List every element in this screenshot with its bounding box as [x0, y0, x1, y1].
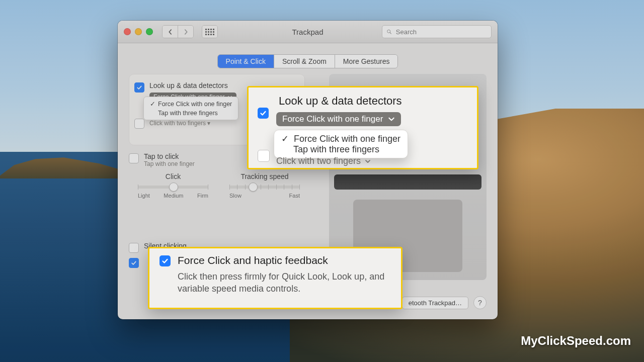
- search-icon: [386, 29, 392, 35]
- setup-bluetooth-button[interactable]: etooth Trackpad…: [402, 297, 468, 309]
- check-icon: [136, 84, 142, 90]
- secondary-click-partial-label: Click with two fingers ▾: [149, 120, 210, 127]
- tracking-slider-label: Tracking speed: [229, 172, 300, 180]
- nav-back-forward: [162, 25, 194, 38]
- help-button[interactable]: ?: [473, 296, 487, 309]
- click-slider-label: Click: [138, 172, 208, 180]
- callout-secondary-click-checkbox[interactable]: [258, 150, 270, 162]
- callout-option-1-label: Tap with three fingers: [293, 144, 379, 155]
- chevron-down-icon: [365, 158, 371, 164]
- callout-lookup-dropdown[interactable]: Force Click with one finger: [276, 112, 401, 126]
- tab-point-and-click[interactable]: Point & Click: [218, 55, 274, 68]
- callout-lookup-checkbox[interactable]: [258, 108, 269, 119]
- click-slider[interactable]: [138, 186, 208, 189]
- search-field[interactable]: [382, 25, 492, 38]
- forward-button[interactable]: [178, 26, 193, 38]
- callout-force-click: Force Click and haptic feedback Click th…: [148, 247, 403, 309]
- click-slider-thumb[interactable]: [169, 183, 178, 192]
- secondary-click-checkbox[interactable]: [134, 119, 144, 129]
- check-icon: [260, 110, 267, 117]
- click-tick-firm: Firm: [197, 193, 208, 199]
- callout-option-1[interactable]: Tap with three fingers: [281, 144, 400, 155]
- svg-line-1: [390, 33, 391, 34]
- callout-below-text: Click with two fingers: [276, 156, 361, 166]
- bottom-right-controls: etooth Trackpad… ?: [402, 296, 487, 309]
- lookup-option-1[interactable]: Tap with three fingers: [147, 109, 235, 118]
- search-input[interactable]: [395, 28, 487, 36]
- callout-option-0[interactable]: ✓Force Click with one finger: [281, 133, 400, 144]
- grid-icon: [205, 29, 214, 35]
- callout-option-0-label: Force Click with one finger: [294, 134, 400, 144]
- tracking-tick-fast: Fast: [289, 193, 300, 199]
- lookup-option-0[interactable]: ✓Force Click with one finger: [147, 99, 235, 109]
- tracking-slider-block: Tracking speed Slow Fast: [229, 172, 300, 199]
- callout-lookup-title: Look up & data detectors: [279, 95, 402, 108]
- check-icon: [162, 257, 169, 264]
- lookup-checkbox[interactable]: [134, 82, 144, 93]
- force-click-checkbox[interactable]: [129, 258, 139, 268]
- callout-force-desc: Click then press firmly for Quick Look, …: [178, 270, 401, 295]
- click-slider-block: Click Light Medium Firm: [138, 172, 208, 199]
- lookup-menu: ✓Force Click with one finger Tap with th…: [143, 97, 238, 120]
- tab-scroll-and-zoom[interactable]: Scroll & Zoom: [274, 55, 335, 68]
- show-all-button[interactable]: [202, 25, 218, 38]
- lookup-option-0-label: Force Click with one finger: [158, 101, 232, 108]
- callout-lookup-selected: Force Click with one finger: [282, 114, 383, 124]
- callout-lookup-menu: ✓Force Click with one finger Tap with th…: [274, 130, 408, 158]
- lookup-option-1-label: Tap with three fingers: [158, 110, 218, 117]
- click-tick-light: Light: [138, 193, 150, 199]
- silent-clicking-checkbox[interactable]: [129, 243, 139, 253]
- tap-to-click-checkbox[interactable]: [129, 153, 139, 163]
- tap-to-click-label: Tap to click: [144, 152, 195, 160]
- minimize-window-button[interactable]: [135, 28, 142, 35]
- chevron-right-icon: [183, 29, 189, 35]
- lookup-label: Look up & data detectors: [149, 81, 236, 89]
- watermark: MyClickSpeed.com: [521, 334, 631, 348]
- sliders-row: Click Light Medium Firm Tracking speed: [129, 172, 305, 199]
- back-button[interactable]: [163, 26, 178, 38]
- chevron-down-icon: [388, 116, 395, 123]
- tab-bar: Point & Click Scroll & Zoom More Gesture…: [118, 54, 498, 68]
- tracking-slider[interactable]: [229, 186, 300, 189]
- zoom-window-button[interactable]: [146, 28, 153, 35]
- click-tick-medium: Medium: [164, 193, 183, 199]
- check-icon: [131, 260, 137, 266]
- tracking-tick-slow: Slow: [229, 193, 242, 199]
- traffic-lights: [124, 28, 153, 35]
- chevron-left-icon: [168, 29, 173, 35]
- callout-below-label: Click with two fingers: [276, 156, 371, 166]
- tap-to-click-sub: Tap with one finger: [144, 160, 195, 167]
- tracking-slider-thumb[interactable]: [249, 183, 258, 192]
- callout-force-title: Force Click and haptic feedback: [178, 254, 328, 266]
- tab-more-gestures[interactable]: More Gestures: [335, 55, 398, 68]
- window-titlebar: Trackpad: [118, 21, 498, 43]
- callout-force-checkbox[interactable]: [159, 255, 171, 266]
- close-window-button[interactable]: [124, 28, 131, 35]
- callout-lookup: Look up & data detectors Force Click wit…: [247, 86, 478, 169]
